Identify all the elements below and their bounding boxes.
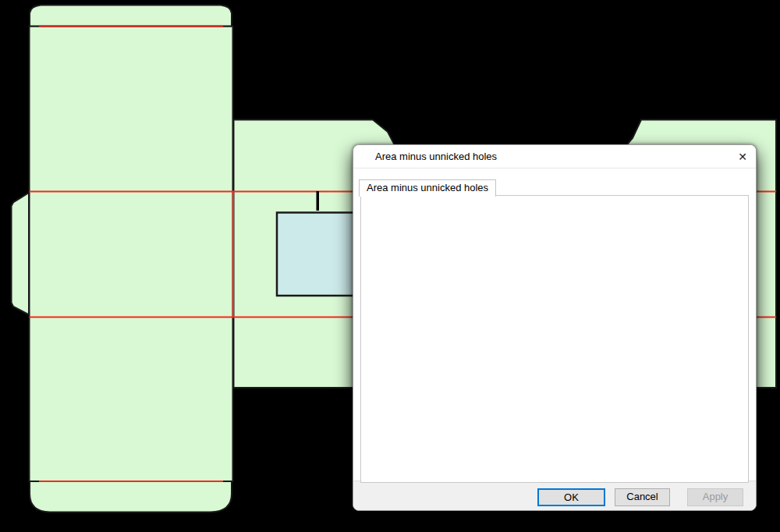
top-flap[interactable]: [30, 5, 232, 27]
close-icon[interactable]: ✕: [734, 148, 751, 165]
properties-dialog: Area minus unnicked holes ✕ Area minus u…: [353, 144, 757, 511]
tab-area-minus-unnicked-holes[interactable]: Area minus unnicked holes: [359, 179, 496, 197]
main-panel-column[interactable]: [30, 27, 233, 482]
dialog-titlebar[interactable]: Area minus unnicked holes ✕: [353, 145, 756, 168]
tab-page: [360, 195, 749, 483]
bottom-flap[interactable]: [30, 481, 232, 512]
ok-button[interactable]: OK: [537, 488, 605, 506]
dust-flap[interactable]: [12, 193, 30, 315]
nick-mark: [317, 191, 320, 211]
cancel-button[interactable]: Cancel: [615, 488, 670, 506]
apply-button[interactable]: Apply: [687, 488, 743, 506]
dialog-title: Area minus unnicked holes: [375, 151, 497, 162]
app-canvas: Area minus unnicked holes ✕ Area minus u…: [0, 0, 780, 532]
dialog-footer: OK Cancel Apply: [353, 481, 756, 510]
